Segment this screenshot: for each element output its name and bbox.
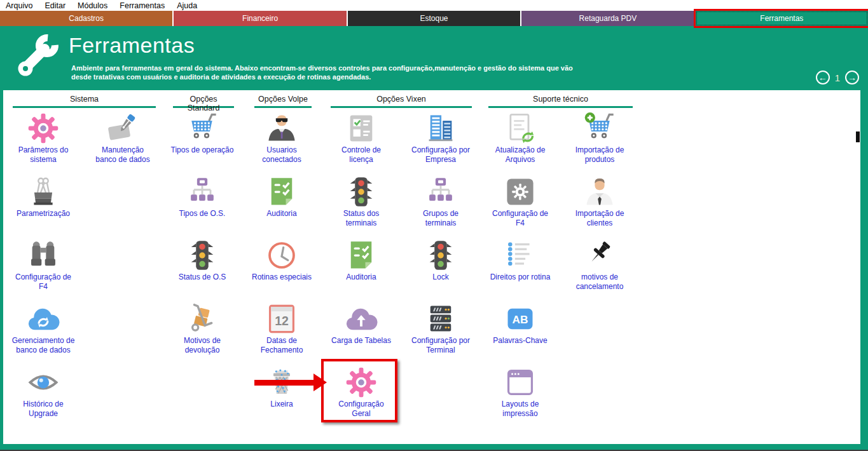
left-green-strip: [0, 90, 3, 444]
tile-label: Configuração Geral: [322, 400, 400, 418]
pagination: ← 1 →: [816, 71, 859, 84]
tile-direitos-por-rotina[interactable]: Direitos por rotina: [481, 238, 559, 282]
tile-label: Histórico de Upgrade: [4, 400, 82, 418]
prev-page-button[interactable]: ←: [816, 71, 830, 84]
tile-label: Parâmetros do sistema: [4, 145, 82, 164]
tile-palavras-chave[interactable]: ABPalavras-Chave: [481, 302, 559, 346]
tile-status-dos-terminais[interactable]: Status dos terminais: [322, 175, 400, 227]
doc-sync-icon: [481, 111, 559, 145]
tile-lixeira[interactable]: Lixeira: [243, 365, 320, 409]
buildings-blue-icon: [402, 111, 479, 145]
tile-rotinas-especiais[interactable]: Rotinas especiais: [243, 238, 320, 282]
tile-label: Configuração de F4: [481, 209, 559, 227]
tile-tipos-de-operacao[interactable]: Tipos de operação: [163, 111, 241, 155]
tab-financeiro[interactable]: Financeiro: [174, 11, 346, 26]
clock-red-icon: [243, 238, 320, 272]
checklist-gray-icon: [322, 111, 400, 145]
right-green-strip: [860, 90, 868, 444]
tile-configuracao-de-f4-vixen[interactable]: Configuração de F4: [481, 175, 559, 227]
tab-retaguarda-pdv[interactable]: Retaguarda PDV: [521, 11, 694, 26]
tile-importacao-de-clientes[interactable]: Importação de clientes: [561, 175, 638, 227]
tile-label: Configuração por Terminal: [402, 336, 479, 354]
menu-item-ferramentas[interactable]: Ferramentas: [120, 1, 165, 10]
tile-label: Gerenciamento de banco de dados: [4, 336, 82, 354]
tile-auditoria-vixen[interactable]: Auditoria: [322, 238, 400, 282]
tile-historico-de-upgrade[interactable]: Histórico de Upgrade: [4, 365, 82, 418]
tile-lock[interactable]: Lock: [402, 238, 479, 282]
doc-check-green-icon: [243, 175, 320, 208]
page-description: Ambiente para ferramentas em geral do si…: [71, 64, 573, 81]
tile-label: Carga de Tabelas: [322, 336, 400, 346]
tile-label: Atualização de Arquivos: [481, 145, 559, 164]
tile-configuracao-de-f4[interactable]: Configuração de F4: [4, 238, 82, 291]
tab-cadastros[interactable]: Cadastros: [0, 11, 172, 26]
category-suporte-tecnico: Suporte técnico: [488, 92, 633, 108]
org-chart-purple-icon: [163, 175, 241, 208]
tile-label: Status dos terminais: [322, 209, 400, 227]
tile-grupos-de-terminais[interactable]: Grupos de terminais: [402, 175, 479, 227]
menu-item-ajuda[interactable]: Ajuda: [177, 1, 197, 10]
tab-ferramentas[interactable]: Ferramentas: [696, 11, 868, 26]
binder-clip-icon: [4, 175, 82, 208]
tile-configuracao-geral[interactable]: Configuração Geral: [322, 365, 400, 418]
tile-datas-de-fechamento[interactable]: 12Datas de Fechamento: [243, 302, 320, 354]
gear-pink-icon: [4, 111, 82, 145]
cloud-upload-purple-icon: [322, 302, 400, 335]
page-title: Ferramentas: [69, 33, 195, 58]
tile-label: Palavras-Chave: [481, 336, 559, 346]
tile-label: Configuração por Empresa: [402, 145, 479, 164]
tile-motivos-de-cancelamento[interactable]: motivos de cancelamento: [561, 238, 638, 291]
menu-item-editar[interactable]: Editar: [45, 1, 65, 10]
menu-bar: Arquivo Editar Módulos Ferramentas Ajuda: [0, 0, 868, 11]
user-tie-icon: [561, 175, 638, 208]
traffic-light-icon: [163, 238, 241, 272]
tile-importacao-de-produtos[interactable]: Importação de produtos: [561, 111, 638, 164]
tile-label: Status de O.S: [163, 273, 241, 282]
category-sistema: Sistema: [13, 92, 156, 108]
tile-controle-de-licenca[interactable]: Controle de licença: [322, 111, 400, 164]
tile-configuracao-por-empresa[interactable]: Configuração por Empresa: [402, 111, 479, 164]
tile-motivos-de-devolucao[interactable]: Motivos de devolução: [163, 302, 241, 354]
wrench-icon: [8, 28, 69, 89]
window-purple-icon: [481, 365, 559, 399]
tile-label: Tipos de O.S.: [163, 209, 241, 219]
tile-label: Manutenção banco de dados: [84, 145, 162, 164]
tile-gerenciamento-de-banco-de-dados[interactable]: Gerenciamento de banco de dados: [4, 302, 82, 354]
tile-configuracao-por-terminal[interactable]: Configuração por Terminal: [402, 302, 479, 354]
tile-layouts-de-impressao[interactable]: Layouts de impressão: [481, 365, 559, 418]
application-window: Arquivo Editar Módulos Ferramentas Ajuda…: [0, 0, 868, 451]
gear-pink-icon: [322, 365, 400, 399]
tile-auditoria-volpe[interactable]: Auditoria: [243, 175, 320, 219]
svg-text:AB: AB: [512, 313, 528, 325]
tab-estoque[interactable]: Estoque: [348, 11, 520, 26]
tile-label: Auditoria: [243, 209, 320, 219]
category-opcoes-standard: Opções Standard: [173, 92, 234, 108]
doc-check-green-icon: [322, 238, 400, 272]
tile-label: Importação de clientes: [561, 209, 638, 227]
tile-usuarios-conectados[interactable]: Usuarios conectados: [243, 111, 320, 164]
tile-label: Auditoria: [322, 273, 400, 282]
tile-label: Configuração de F4: [4, 273, 82, 291]
tile-label: Grupos de terminais: [402, 209, 479, 227]
tile-atualizacao-de-arquivos[interactable]: Atualização de Arquivos: [481, 111, 559, 164]
next-page-button[interactable]: →: [845, 71, 859, 84]
red-arrow-head: [313, 374, 327, 391]
keyword-badge-icon: AB: [481, 302, 559, 335]
menu-item-modulos[interactable]: Módulos: [78, 1, 107, 10]
tools-grid-panel: Sistema Opções Standard Opções Volpe Opç…: [3, 90, 860, 444]
pushpin-black-icon: [561, 238, 638, 272]
tile-label: motivos de cancelamento: [561, 273, 638, 291]
category-opcoes-volpe: Opções Volpe: [254, 92, 312, 108]
tile-parametros-do-sistema[interactable]: Parâmetros do sistema: [4, 111, 82, 164]
server-stack-icon: [402, 302, 479, 335]
tile-label: Usuarios conectados: [243, 145, 320, 164]
tile-tipos-de-os[interactable]: Tipos de O.S.: [163, 175, 241, 219]
tile-carga-de-tabelas[interactable]: Carga de Tabelas: [322, 302, 400, 346]
svg-text:12: 12: [275, 314, 289, 328]
tile-label: Lock: [402, 273, 479, 282]
tile-status-de-os[interactable]: Status de O.S: [163, 238, 241, 282]
menu-item-arquivo[interactable]: Arquivo: [6, 1, 32, 10]
tile-manutencao-banco-de-dados[interactable]: Manutenção banco de dados: [84, 111, 162, 164]
hand-truck-icon: [163, 302, 241, 335]
tile-parametrizacao[interactable]: Parametrização: [4, 175, 82, 219]
